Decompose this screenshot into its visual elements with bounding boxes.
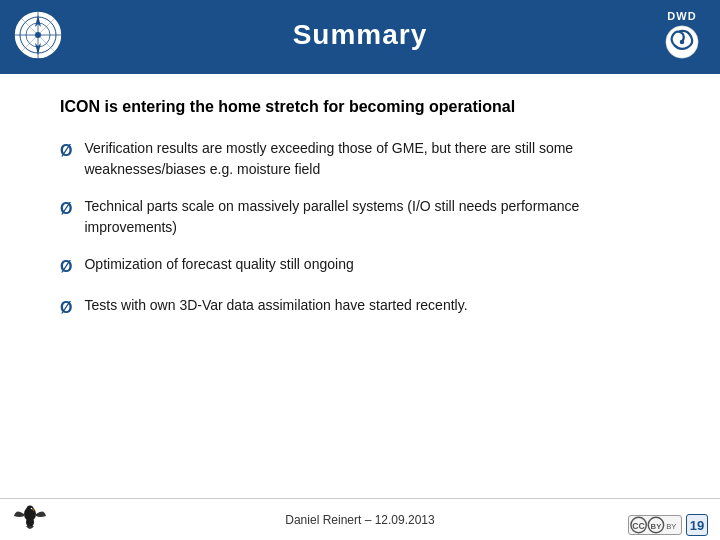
- svg-point-13: [26, 517, 34, 527]
- footer-right: CC BY BY 19: [628, 514, 708, 536]
- dwd-logo: DWD: [656, 9, 708, 61]
- bullet-symbol: Ø: [60, 139, 72, 163]
- svg-point-14: [27, 506, 34, 513]
- list-item: Ø Technical parts scale on massively par…: [60, 196, 660, 238]
- svg-point-7: [35, 32, 41, 38]
- svg-text:CC: CC: [632, 521, 645, 531]
- left-logo: [12, 9, 64, 61]
- bullet-symbol: Ø: [60, 197, 72, 221]
- list-item: Ø Optimization of forecast quality still…: [60, 254, 660, 279]
- footer-citation: Daniel Reinert – 12.09.2013: [285, 513, 434, 527]
- slide-title: Summary: [293, 19, 428, 51]
- bullet-text: Tests with own 3D-Var data assimilation …: [84, 295, 467, 316]
- list-item: Ø Tests with own 3D-Var data assimilatio…: [60, 295, 660, 320]
- slide: Summary DWD ICON is entering the home st…: [0, 0, 720, 540]
- bullet-symbol: Ø: [60, 296, 72, 320]
- eagle-logo: [12, 500, 48, 536]
- footer: Daniel Reinert – 12.09.2013 CC BY BY 19: [0, 498, 720, 540]
- cc-license-badge: CC BY BY: [628, 515, 682, 535]
- list-item: Ø Verification results are mostly exceed…: [60, 138, 660, 180]
- bullet-symbol: Ø: [60, 255, 72, 279]
- slide-subtitle: ICON is entering the home stretch for be…: [60, 98, 660, 116]
- svg-point-15: [31, 508, 33, 510]
- bullet-text: Optimization of forecast quality still o…: [84, 254, 353, 275]
- svg-point-11: [680, 40, 685, 45]
- page-number: 19: [686, 514, 708, 536]
- header: Summary DWD: [0, 0, 720, 70]
- bullet-text: Technical parts scale on massively paral…: [84, 196, 660, 238]
- svg-text:BY: BY: [651, 522, 662, 531]
- svg-text:BY: BY: [666, 522, 676, 531]
- bullet-text: Verification results are mostly exceedin…: [84, 138, 660, 180]
- bullet-list: Ø Verification results are mostly exceed…: [60, 138, 660, 320]
- content-area: ICON is entering the home stretch for be…: [0, 74, 720, 498]
